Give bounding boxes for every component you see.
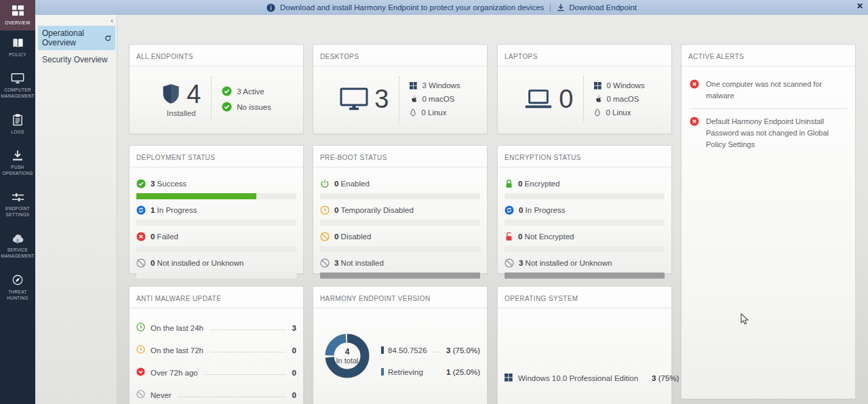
unlock-icon [505, 232, 513, 241]
slash-circle-icon [320, 258, 330, 268]
status-row-success: 3 Success [136, 179, 296, 199]
clock-icon [136, 323, 145, 331]
app-sidebar: OVERVIEW POLICY COMPUTER MANAGEMENT LOGS… [0, 0, 35, 404]
status-row-temporarily-disabled: 0 Temporarily Disabled [320, 205, 480, 226]
alert-item[interactable]: Default Harmony Endpoint Uninstall Passw… [688, 109, 848, 157]
laptops-linux: 0 Linux [594, 108, 644, 117]
card-operating-system: OPERATING SYSTEM Windows 10.0 Profession… [497, 286, 672, 404]
slash-circle-icon [136, 258, 146, 268]
download-endpoint-button[interactable]: Download Endpoint [557, 3, 637, 12]
error-circle-icon [136, 232, 146, 241]
settings-sliders-icon [12, 192, 24, 203]
desktops-count: 3 [374, 86, 389, 112]
download-banner: Download and install Harmony Endpoint to… [35, 0, 868, 15]
legend-row-retrieving: Retrieving 1 (25.0%) [381, 368, 480, 376]
status-row-encrypted: 0 Encrypted [505, 179, 665, 199]
sidebar-item-threat-hunting[interactable]: THREAT HUNTING [0, 266, 35, 308]
sync-circle-icon [136, 205, 146, 215]
card-title: HARMONY ENDPOINT VERSION [320, 295, 431, 302]
windows-icon [594, 82, 601, 89]
endpoints-count: 4 [186, 81, 201, 107]
dashboard-main: ALL ENDPOINTS 4 Installed 3 Active No is… [117, 15, 868, 404]
dotted-divider [211, 77, 212, 121]
status-row-not-encrypted: 0 Not Encrypted [505, 232, 665, 252]
os-row-windows: Windows 10.0 Professional Edition 3 (75%… [505, 373, 665, 382]
am-row-over-72h: Over 72h ago 0 [136, 367, 296, 377]
windows-icon [410, 82, 417, 89]
card-title: OPERATING SYSTEM [505, 295, 578, 302]
status-row-not-installed: 3 Not installed [320, 258, 480, 279]
card-title: ALL ENDPOINTS [136, 53, 193, 60]
laptops-count: 0 [559, 86, 573, 112]
sidebar-item-label: LOGS [11, 129, 24, 135]
sidebar-item-overview[interactable]: OVERVIEW [0, 0, 35, 31]
clock-icon [320, 205, 330, 215]
card-title: ENCRYPTION STATUS [505, 154, 581, 161]
card-preboot-status: PRE-BOOT STATUS 0 Enabled 0 Temporarily … [313, 145, 488, 274]
info-icon [267, 3, 275, 12]
slash-circle-icon [136, 390, 145, 399]
card-anti-malware-update: ANTI MALWARE UPDATE On the last 24h 3 On… [129, 286, 304, 404]
service-cloud-icon [11, 233, 24, 244]
threat-compass-icon [12, 274, 24, 286]
sidebar-item-label: COMPUTER MANAGEMENT [1, 87, 35, 100]
legend-chip [381, 346, 384, 354]
status-row-enabled: 0 Enabled [320, 179, 480, 199]
progress-bar-fill [136, 193, 256, 199]
subnav-item-label: Security Overview [42, 55, 108, 64]
sidebar-item-label: SERVICE MANAGEMENT [1, 247, 35, 260]
slash-circle-icon [505, 258, 514, 268]
version-donut-chart: 4 In total [323, 331, 372, 380]
download-icon [557, 3, 565, 12]
card-title: DESKTOPS [320, 53, 359, 60]
sidebar-item-logs[interactable]: LOGS [0, 106, 35, 142]
status-row-in-progress: 1 In Progress [136, 205, 296, 226]
sidebar-item-push-operations[interactable]: PUSH OPERATIONS [0, 142, 35, 184]
sidebar-item-policy[interactable]: POLICY [0, 31, 35, 64]
donut-total-label: In total [336, 357, 358, 365]
legend-chip [381, 368, 384, 376]
windows-icon [505, 373, 513, 382]
card-deployment-status: DEPLOYMENT STATUS 3 Success 1 In Progres… [129, 145, 304, 274]
status-row-in-progress: 0 In Progress [505, 205, 665, 226]
desktop-monitor-icon [340, 87, 368, 110]
endpoints-count-label: Installed [167, 109, 196, 117]
banner-divider [550, 3, 551, 12]
subnav-item-security-overview[interactable]: Security Overview [38, 52, 115, 67]
close-icon[interactable]: ✕ [856, 2, 863, 10]
card-active-alerts: ACTIVE ALERTS One computer was not scann… [681, 44, 856, 399]
status-row-not-installed: 0 Not installed or Unknown [136, 258, 296, 279]
sidebar-item-label: PUSH OPERATIONS [1, 164, 35, 177]
card-title: ANTI MALWARE UPDATE [136, 295, 221, 302]
endpoints-stat-issues: No issues [222, 102, 271, 112]
laptops-windows: 0 Windows [594, 81, 644, 89]
alert-item[interactable]: One computer was not scanned for malware [688, 72, 848, 108]
sidebar-item-label: POLICY [9, 52, 26, 58]
am-row-last-72h: On the last 72h 0 [136, 345, 296, 355]
sidebar-item-computer-management[interactable]: COMPUTER MANAGEMENT [0, 64, 35, 106]
sidebar-item-label: ENDPOINT SETTINGS [1, 205, 35, 218]
am-row-last-24h: On the last 24h 3 [136, 323, 296, 332]
check-circle-icon [222, 86, 232, 96]
dotted-divider [399, 77, 399, 121]
card-endpoint-version: HARMONY ENDPOINT VERSION 4 In total 84.5… [313, 286, 488, 404]
clock-icon [136, 345, 145, 354]
sync-circle-icon [505, 205, 514, 215]
error-circle-icon [690, 117, 699, 126]
apple-icon [410, 95, 417, 103]
collapse-chevron-icon[interactable]: ‹ [111, 16, 113, 24]
lock-icon [505, 179, 513, 188]
overview-grid-icon [12, 5, 24, 17]
subnav-item-label: Operational Overview [42, 28, 104, 47]
banner-message: Download and install Harmony Endpoint to… [267, 3, 544, 12]
sidebar-item-service-management[interactable]: SERVICE MANAGEMENT [0, 226, 35, 266]
card-title: LAPTOPS [505, 53, 538, 60]
policy-book-icon [12, 37, 24, 49]
card-title: DEPLOYMENT STATUS [136, 154, 215, 161]
check-circle-icon [222, 102, 232, 112]
sidebar-item-endpoint-settings[interactable]: ENDPOINT SETTINGS [0, 184, 35, 226]
subnav-item-operational-overview[interactable]: Operational Overview [38, 26, 115, 50]
sidebar-item-label: THREAT HUNTING [1, 289, 35, 302]
refresh-icon[interactable] [104, 34, 111, 43]
card-desktops: DESKTOPS 3 3 Windows 0 macOS 0 Linux [313, 44, 488, 134]
